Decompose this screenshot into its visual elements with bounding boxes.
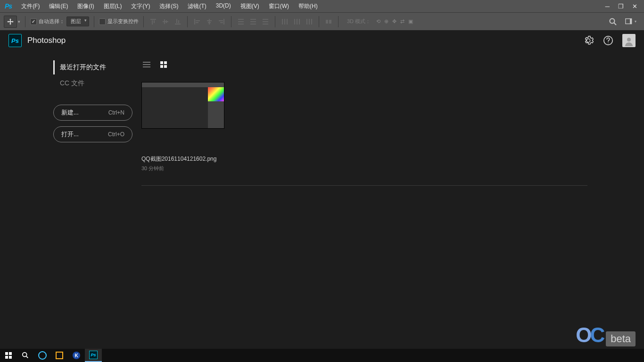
auto-select-label: 自动选择： — [39, 18, 65, 25]
search-icon[interactable] — [607, 16, 619, 27]
svg-rect-2 — [154, 20, 155, 23]
recent-thumbnail — [141, 82, 224, 129]
help-icon[interactable] — [603, 35, 614, 46]
distribute-group-2 — [280, 17, 314, 26]
3d-orbit-icon[interactable]: ⟲ — [376, 18, 380, 25]
menu-window[interactable]: 窗口(W) — [264, 0, 294, 12]
recent-item-time: 30 分钟前 — [141, 165, 224, 172]
svg-rect-19 — [238, 21, 244, 22]
distribute-group-1 — [236, 17, 270, 26]
show-transform-label: 显示变换控件 — [107, 18, 139, 25]
auto-select-checkbox[interactable]: ✓ — [30, 18, 37, 25]
svg-point-38 — [610, 18, 615, 23]
svg-rect-9 — [194, 19, 195, 25]
svg-rect-55 — [9, 356, 12, 359]
align-left-icon[interactable] — [192, 17, 202, 26]
align-right-icon[interactable] — [217, 17, 226, 26]
menu-image[interactable]: 图像(I) — [73, 0, 99, 12]
menu-help[interactable]: 帮助(H) — [294, 0, 322, 12]
svg-rect-15 — [223, 19, 224, 25]
svg-rect-10 — [196, 20, 200, 21]
svg-rect-29 — [287, 19, 288, 25]
auto-select-dropdown[interactable]: 图层 — [66, 16, 89, 26]
svg-rect-51 — [164, 65, 167, 68]
tab-cc-files[interactable]: CC 文件 — [53, 76, 141, 90]
open-button-label: 打开... — [61, 130, 79, 139]
grid-view-icon[interactable] — [159, 60, 168, 69]
svg-rect-33 — [306, 19, 307, 25]
svg-rect-22 — [250, 21, 256, 22]
svg-rect-8 — [178, 20, 179, 23]
svg-rect-35 — [311, 19, 312, 25]
tab-recent-files[interactable]: 最近打开的文件 — [53, 60, 141, 74]
align-group-1 — [149, 17, 182, 26]
align-top-icon[interactable] — [149, 17, 158, 26]
3d-pan-icon[interactable]: ✥ — [392, 18, 396, 25]
svg-rect-12 — [209, 19, 210, 25]
tool-dropdown-arrow[interactable]: ▾ — [18, 19, 20, 24]
new-button[interactable]: 新建... Ctrl+N — [53, 105, 132, 121]
svg-rect-45 — [143, 62, 150, 63]
open-button[interactable]: 打开... Ctrl+O — [53, 126, 132, 142]
close-icon[interactable]: ✕ — [632, 3, 637, 10]
distribute-left-icon[interactable] — [280, 17, 289, 26]
svg-point-44 — [627, 38, 631, 41]
svg-line-57 — [26, 356, 28, 358]
move-tool-icon[interactable] — [4, 16, 17, 28]
svg-rect-41 — [630, 18, 632, 24]
menu-edit[interactable]: 编辑(E) — [44, 0, 73, 12]
mode-3d-icons: ⟲ ⊕ ✥ ⇄ ▣ — [376, 18, 413, 25]
3d-camera-icon[interactable]: ▣ — [408, 18, 413, 25]
svg-rect-14 — [208, 22, 211, 23]
distribute-top-icon[interactable] — [236, 17, 246, 26]
align-bottom-icon[interactable] — [173, 17, 182, 26]
3d-slide-icon[interactable]: ⇄ — [400, 18, 405, 25]
menu-type[interactable]: 文字(Y) — [126, 0, 155, 12]
taskbar-app-1[interactable] — [34, 349, 51, 362]
svg-line-39 — [614, 23, 617, 25]
minimize-icon[interactable]: ─ — [605, 3, 610, 10]
svg-rect-48 — [160, 61, 163, 64]
menu-layer[interactable]: 图层(L) — [99, 0, 127, 12]
menu-3d[interactable]: 3D(D) — [211, 0, 236, 12]
taskbar-app-3[interactable]: K — [68, 349, 85, 362]
maximize-icon[interactable]: ❐ — [618, 3, 624, 10]
recent-item[interactable]: QQ截图20161104121602.png 30 分钟前 — [141, 82, 224, 172]
taskbar-photoshop[interactable]: Ps — [85, 349, 102, 362]
divider — [319, 16, 319, 27]
menu-file[interactable]: 文件(F) — [17, 0, 44, 12]
align-hcenter-icon[interactable] — [205, 17, 214, 26]
settings-icon[interactable] — [583, 35, 594, 46]
show-transform-checkbox[interactable] — [99, 18, 106, 25]
home-bar: Ps Photoshop — [0, 30, 644, 51]
menu-select[interactable]: 选择(S) — [155, 0, 183, 12]
taskbar-search-icon[interactable] — [17, 349, 34, 362]
content-main: QQ截图20161104121602.png 30 分钟前 — [141, 60, 644, 186]
svg-rect-50 — [160, 65, 163, 68]
mode-3d-label: 3D 模式： — [347, 18, 371, 25]
3d-roll-icon[interactable]: ⊕ — [384, 18, 388, 25]
svg-rect-21 — [250, 19, 256, 20]
show-transform-group: 显示变换控件 — [99, 18, 139, 25]
align-vcenter-icon[interactable] — [161, 17, 170, 26]
svg-rect-16 — [219, 20, 223, 21]
user-avatar[interactable] — [622, 34, 636, 47]
menu-view[interactable]: 视图(V) — [236, 0, 264, 12]
svg-rect-36 — [326, 20, 328, 24]
menu-filter[interactable]: 滤镜(T) — [183, 0, 211, 12]
distribute-bottom-icon[interactable] — [261, 17, 270, 26]
auto-align-icon[interactable] — [324, 17, 333, 26]
distribute-right-icon[interactable] — [305, 17, 314, 26]
options-bar: ▾ ✓ 自动选择： 图层 显示变换控件 3D 模式： ⟲ ⊕ ✥ ⇄ — [0, 12, 644, 30]
workspace-switcher-icon[interactable]: ▾ — [625, 16, 636, 27]
list-view-icon[interactable] — [142, 60, 151, 69]
distribute-vcenter-icon[interactable] — [248, 17, 258, 26]
svg-rect-28 — [284, 19, 285, 25]
taskbar-app-2[interactable] — [51, 349, 68, 362]
distribute-hcenter-icon[interactable] — [292, 17, 302, 26]
home-logo-icon: Ps — [8, 34, 22, 47]
svg-rect-47 — [143, 66, 150, 67]
taskbar-start-icon[interactable] — [0, 349, 17, 362]
svg-rect-6 — [175, 24, 181, 25]
svg-rect-18 — [238, 19, 244, 20]
